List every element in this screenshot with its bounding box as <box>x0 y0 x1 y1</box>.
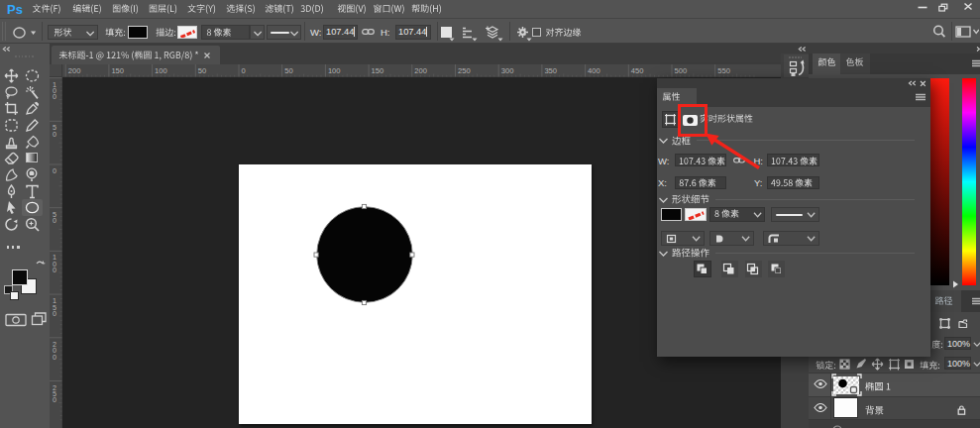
svg-text:350: 350 <box>544 66 557 75</box>
svg-text:200: 200 <box>414 66 427 75</box>
svg-text:250: 250 <box>458 66 471 75</box>
svg-text:300: 300 <box>501 66 514 75</box>
svg-text:0: 0 <box>53 266 56 274</box>
svg-text:200: 200 <box>68 66 81 75</box>
svg-text:0: 0 <box>242 66 246 75</box>
svg-text:550: 550 <box>717 66 730 75</box>
svg-text:0: 0 <box>53 216 56 225</box>
svg-text:50: 50 <box>284 66 292 75</box>
svg-text:100: 100 <box>155 66 167 75</box>
svg-text:100: 100 <box>328 66 341 75</box>
svg-text:150: 150 <box>372 66 384 75</box>
svg-text:0: 0 <box>53 309 56 318</box>
svg-text:500: 500 <box>675 66 688 75</box>
svg-text:0: 0 <box>53 166 56 175</box>
svg-text:450: 450 <box>631 66 644 75</box>
svg-text:150: 150 <box>111 66 124 75</box>
svg-text:50: 50 <box>198 66 206 75</box>
svg-text:0: 0 <box>53 353 56 362</box>
svg-text:400: 400 <box>588 66 600 75</box>
svg-text:0: 0 <box>53 130 56 139</box>
svg-text:0: 0 <box>53 395 56 404</box>
svg-text:0: 0 <box>53 92 56 101</box>
